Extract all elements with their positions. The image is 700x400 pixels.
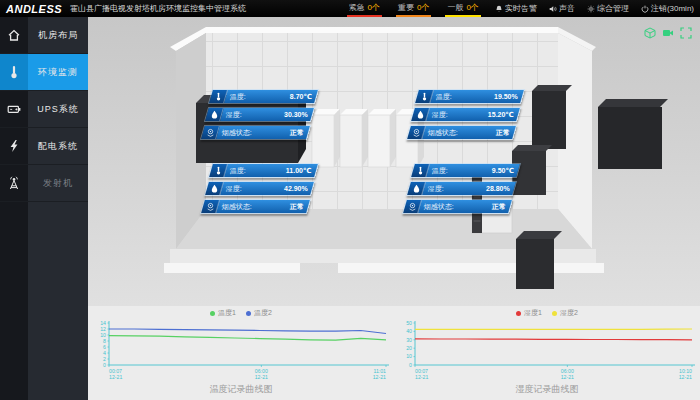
thermometer-icon [0,54,28,90]
sensor-value: 11.00℃ [286,167,312,175]
admin-management-button[interactable]: 综合管理 [587,3,629,14]
logout-button[interactable]: 注销(30min) [641,3,694,14]
cabinet-top [598,99,668,107]
svg-text:14: 14 [100,320,106,326]
sidebar-item-label: 机房布局 [28,17,88,53]
sensor-group-top-right[interactable]: 温度:19.50% 湿度:15.20℃ 烟感状态:正常 [408,89,523,143]
sensor-value: 正常 [290,202,304,212]
speaker-icon [549,5,557,13]
legend-label: 湿度2 [560,308,578,318]
charts-section: 温度1温度2 0246810121400:0712-2106:0012-2111… [88,306,700,400]
sensor-label: 温度: [230,92,246,102]
sensor-label: 烟感状态: [424,202,454,212]
front-wall-right [338,263,604,273]
sidebar-item-ups-system[interactable]: UPS系统 [0,91,88,128]
svg-text:2: 2 [103,356,106,362]
svg-text:12-21: 12-21 [373,374,386,380]
sensor-label: 湿度: [432,110,448,120]
cube-view-icon[interactable] [643,26,656,39]
legend-item[interactable]: 温度2 [246,308,272,318]
legend-dot [516,311,521,316]
svg-text:12-21: 12-21 [415,374,428,380]
sensor-value: 8.70℃ [290,93,312,101]
alarm-counter-general[interactable]: 一般0个 [445,1,480,17]
alarm-count: 0个 [368,3,380,12]
legend-item[interactable]: 温度1 [210,308,236,318]
button-label: 综合管理 [597,3,629,14]
machine-room-3d-view: 温度:8.70℃ 湿度:30.30% 烟感状态:正常 温度:19.50% 湿度:… [88,17,700,306]
svg-text:12-21: 12-21 [109,374,122,380]
alarm-label: 紧急 [349,3,365,12]
sensor-value: 9.50℃ [492,167,514,175]
legend-dot [552,311,557,316]
svg-text:12: 12 [100,326,106,332]
svg-text:8: 8 [103,338,106,344]
camera-icon[interactable] [661,26,674,39]
alarm-label: 一般 [447,3,463,12]
dark-cabinet-far-right [598,107,662,169]
sensor-group-bottom-right[interactable]: 温度:9.50℃ 湿度:28.80% 烟感状态:正常 [404,163,519,217]
temperature-chart-panel: 温度1温度2 0246810121400:0712-2106:0012-2111… [88,306,394,400]
svg-text:12-21: 12-21 [679,374,692,380]
sound-toggle-button[interactable]: 声音 [549,3,575,14]
chart-legend: 温度1温度2 [88,308,394,318]
temperature-line-chart: 0246810121400:0712-2106:0012-2111:0112-2… [91,318,391,382]
broadcast-tower-icon [0,165,28,201]
front-wall-left [164,263,300,273]
svg-text:0: 0 [103,362,106,368]
sensor-value: 正常 [496,128,510,138]
sensor-group-top-left[interactable]: 温度:8.70℃ 湿度:30.30% 烟感状态:正常 [202,89,317,143]
home-icon [0,17,28,53]
battery-icon [0,91,28,127]
button-label: 注销(30min) [651,3,694,14]
sidebar-item-transmitter[interactable]: 发射机 [0,165,88,202]
sensor-value: 15.20℃ [488,111,514,119]
sensor-label: 烟感状态: [428,128,458,138]
legend-label: 温度2 [254,308,272,318]
page-title: 霍山县广播电视发射塔机房环境监控集中管理系统 [70,3,246,14]
sidebar-item-environment-monitoring[interactable]: 环境监测 [0,54,88,91]
chart-title: 湿度记录曲线图 [394,383,700,396]
chart-legend: 湿度1湿度2 [394,308,700,318]
alarm-counter-important[interactable]: 重要0个 [396,1,431,17]
sensor-label: 烟感状态: [222,128,252,138]
power-icon [641,5,649,13]
legend-label: 湿度1 [524,308,542,318]
legend-item[interactable]: 湿度2 [552,308,578,318]
svg-text:12-21: 12-21 [255,374,268,380]
gear-icon [587,5,595,13]
alarm-counter-critical[interactable]: 紧急0个 [347,1,382,17]
sensor-value: 42.90% [284,185,308,192]
sensor-value: 30.30% [284,111,308,118]
realtime-alarm-button[interactable]: 实时告警 [495,3,537,14]
cabinet-top [532,85,572,91]
svg-text:10: 10 [406,353,412,359]
chart-title: 温度记录曲线图 [88,383,394,396]
sensor-label: 烟感状态: [222,202,252,212]
sensor-label: 湿度: [226,110,242,120]
sidebar-item-label: 环境监测 [28,54,88,90]
sidebar-item-power-distribution[interactable]: 配电系统 [0,128,88,165]
sensor-label: 温度: [436,92,452,102]
svg-text:12-21: 12-21 [561,374,574,380]
legend-dot [210,311,215,316]
sensor-label: 湿度: [428,184,444,194]
svg-text:40: 40 [406,328,412,334]
svg-text:6: 6 [103,344,106,350]
cabinet-top [516,231,562,239]
button-label: 实时告警 [505,3,537,14]
legend-dot [246,311,251,316]
sensor-group-bottom-left[interactable]: 温度:11.00℃ 湿度:42.90% 烟感状态:正常 [202,163,317,217]
top-bar: ANDLESS 霍山县广播电视发射塔机房环境监控集中管理系统 紧急0个 重要0个… [0,0,700,17]
legend-item[interactable]: 湿度1 [516,308,542,318]
sidebar-item-label: 配电系统 [28,128,88,164]
bell-icon [495,5,503,13]
alarm-label: 重要 [398,3,414,12]
sensor-label: 温度: [230,166,246,176]
lightning-icon [0,128,28,164]
sensor-value: 19.50% [494,93,518,100]
room-3d-render [88,17,700,306]
svg-text:30: 30 [406,337,412,343]
sidebar-item-room-layout[interactable]: 机房布局 [0,17,88,54]
fullscreen-icon[interactable] [679,26,692,39]
